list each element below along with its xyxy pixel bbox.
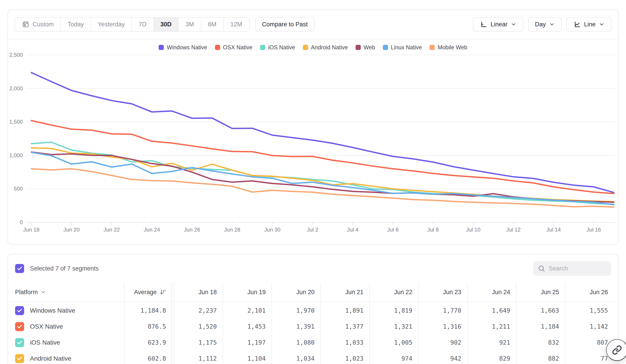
series-line-windows-native[interactable] — [31, 73, 614, 193]
row-checkbox[interactable] — [15, 322, 24, 331]
value-cell: 1,175 — [174, 334, 223, 351]
x-axis-label: Jun 20 — [53, 227, 89, 233]
select-all-checkbox[interactable] — [15, 264, 24, 273]
calendar-icon — [22, 21, 30, 28]
date-column-header[interactable]: Jun 19 — [223, 283, 272, 302]
date-column-header[interactable]: Jun 20 — [272, 283, 320, 302]
date-column-header[interactable]: Jun 18 — [174, 283, 223, 302]
y-axis-label: 1,500 — [0, 119, 23, 125]
range-button-label: 12M — [230, 21, 242, 28]
value-cell: 974 — [369, 351, 418, 364]
interval-dropdown[interactable]: Day — [528, 17, 562, 32]
legend-item-mobile-web[interactable]: Mobile Web — [430, 44, 467, 51]
value-cell: 1,321 — [369, 319, 418, 334]
legend-swatch — [215, 45, 220, 50]
frozen-column-divider — [172, 334, 174, 351]
value-cell: 1,034 — [272, 351, 320, 364]
table-row: Android Native602.81,1121,1041,0341,0239… — [8, 351, 613, 364]
frozen-column-divider — [172, 319, 174, 334]
range-button-label: Today — [68, 21, 84, 28]
x-axis-label: Jul 10 — [455, 227, 491, 233]
platform-cell: iOS Native — [15, 338, 124, 347]
value-cell: 1,005 — [369, 334, 418, 351]
range-button-12m[interactable]: 12M — [224, 18, 249, 31]
chart-type-dropdown[interactable]: Line — [567, 17, 611, 32]
scale-dropdown[interactable]: Linear — [473, 17, 523, 32]
table-row: Windows Native1,184.82,2372,1011,9701,89… — [8, 302, 613, 319]
interval-dropdown-label: Day — [535, 21, 546, 28]
value-cell: 921 — [467, 334, 516, 351]
chart-legend: Windows NativeOSX NativeiOS NativeAndroi… — [8, 44, 618, 51]
row-checkbox[interactable] — [15, 354, 24, 363]
date-column-header[interactable]: Jun 25 — [516, 283, 565, 302]
copy-link-fab[interactable] — [606, 339, 626, 361]
search-icon — [538, 265, 545, 272]
chart-toolbar: CustomTodayYesterday7D30D3M6M12M Compare… — [8, 10, 618, 39]
value-cell: 1,377 — [320, 319, 369, 334]
range-button-3m[interactable]: 3M — [179, 18, 201, 31]
legend-item-android-native[interactable]: Android Native — [303, 44, 348, 51]
legend-item-windows-native[interactable]: Windows Native — [159, 44, 207, 51]
value-cell: 882 — [516, 351, 565, 364]
compare-to-past-button[interactable]: Compare to Past — [255, 17, 314, 32]
date-column-header[interactable]: Jun 26 — [565, 283, 614, 302]
value-cell: 1,391 — [272, 319, 320, 334]
range-button-label: Custom — [33, 21, 54, 28]
date-column-header[interactable]: Jun 21 — [320, 283, 369, 302]
value-cell: 1,970 — [272, 302, 320, 319]
value-cell: 1,080 — [272, 334, 320, 351]
date-column-header[interactable]: Jun 23 — [418, 283, 467, 302]
legend-item-ios-native[interactable]: iOS Native — [260, 44, 295, 51]
x-axis-label: Jul 16 — [576, 227, 612, 233]
average-cell: 876.5 — [124, 319, 172, 334]
range-button-label: 30D — [160, 21, 172, 28]
value-cell: 1,663 — [516, 302, 565, 319]
chart-card: CustomTodayYesterday7D30D3M6M12M Compare… — [7, 9, 619, 245]
search-input[interactable] — [549, 265, 603, 272]
value-cell: 1,211 — [467, 319, 516, 334]
value-cell: 1,142 — [565, 319, 614, 334]
x-axis-label: Jun 24 — [134, 227, 170, 233]
range-button-label: 3M — [186, 21, 194, 28]
chevron-down-icon — [40, 290, 46, 295]
range-button-label: 7D — [139, 21, 147, 28]
range-button-label: Yesterday — [98, 21, 125, 28]
series-line-linux-native[interactable] — [31, 152, 614, 205]
platform-cell: Windows Native — [15, 306, 124, 315]
legend-item-web[interactable]: Web — [355, 44, 375, 51]
chart-canvas[interactable] — [26, 53, 615, 226]
date-column-header[interactable]: Jun 22 — [369, 283, 418, 302]
value-cell: 2,237 — [174, 302, 223, 319]
legend-label: Web — [364, 44, 375, 51]
range-button-7d[interactable]: 7D — [132, 18, 154, 31]
table-header-row: Platform Average Jun 18Jun 19Jun 20Jun 2… — [8, 283, 613, 302]
platform-cell: OSX Native — [15, 322, 124, 331]
range-button-today[interactable]: Today — [61, 18, 91, 31]
platform-header-label: Platform — [15, 289, 38, 296]
x-axis-label: Jun 22 — [94, 227, 130, 233]
range-button-6m[interactable]: 6M — [201, 18, 224, 31]
value-cell: 1,112 — [174, 351, 223, 364]
value-cell: 1,184 — [516, 319, 565, 334]
platform-column-header[interactable]: Platform — [15, 289, 124, 296]
platform-cell: Android Native — [15, 354, 124, 363]
legend-item-osx-native[interactable]: OSX Native — [215, 44, 253, 51]
date-column-header[interactable]: Jun 24 — [467, 283, 516, 302]
range-button-30d[interactable]: 30D — [154, 18, 179, 31]
legend-item-linux-native[interactable]: Linux Native — [383, 44, 422, 51]
series-line-ios-native[interactable] — [31, 142, 614, 204]
average-column-header[interactable]: Average — [124, 283, 172, 302]
value-cell: 1,023 — [320, 351, 369, 364]
range-button-label: 6M — [208, 21, 217, 28]
legend-label: Android Native — [311, 44, 348, 51]
y-axis-label: 0 — [0, 219, 23, 225]
row-checkbox[interactable] — [15, 338, 24, 347]
value-cell: 1,770 — [418, 302, 467, 319]
legend-label: Mobile Web — [438, 44, 467, 51]
average-cell: 1,184.8 — [124, 302, 172, 319]
y-axis-labels: 05001,0001,5002,0002,500 — [0, 53, 23, 233]
range-button-custom[interactable]: Custom — [15, 18, 61, 31]
chart-type-dropdown-label: Line — [584, 21, 596, 28]
row-checkbox[interactable] — [15, 306, 24, 315]
range-button-yesterday[interactable]: Yesterday — [91, 18, 132, 31]
